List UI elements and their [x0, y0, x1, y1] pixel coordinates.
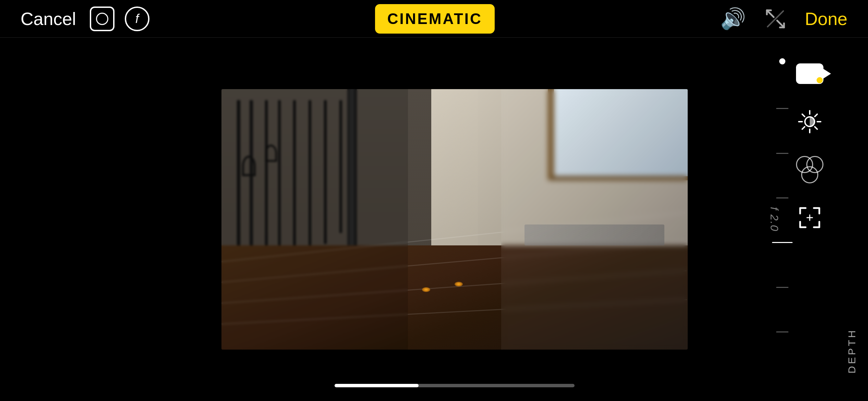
- main-content: f 2.0: [0, 38, 868, 401]
- slider-tick: [776, 153, 788, 154]
- scrubber-area: [249, 384, 660, 387]
- header-bar: Cancel f CINEMATIC 🔊: [0, 0, 868, 38]
- slider-indicator-dot: [779, 58, 785, 64]
- scrubber-bar[interactable]: [335, 384, 575, 387]
- adjust-tool-button[interactable]: [794, 106, 825, 137]
- svg-line-9: [815, 127, 817, 129]
- video-background: [221, 89, 688, 350]
- cancel-button[interactable]: Cancel: [21, 9, 76, 29]
- active-indicator-dot: [817, 77, 823, 83]
- crop-tool-button[interactable]: [794, 202, 825, 233]
- aperture-slider[interactable]: [772, 58, 793, 332]
- volume-icon: 🔊: [720, 7, 746, 31]
- resize-button[interactable]: [763, 7, 788, 31]
- fstop-button[interactable]: f: [125, 7, 149, 31]
- svg-line-1: [777, 21, 784, 27]
- svg-line-8: [802, 114, 805, 117]
- fstop-icon: f: [125, 7, 149, 31]
- slider-tick: [776, 108, 788, 109]
- volume-button[interactable]: 🔊: [720, 7, 746, 31]
- color-tool-button[interactable]: [794, 154, 825, 185]
- adjust-icon: [797, 109, 822, 134]
- scrubber-progress: [335, 384, 419, 387]
- header-right: 🔊 Done: [720, 7, 847, 31]
- camera-square-button[interactable]: [90, 7, 114, 31]
- svg-line-0: [767, 10, 774, 17]
- camera-square-icon: [90, 7, 114, 31]
- dof-blur-left: [221, 89, 408, 350]
- done-button[interactable]: Done: [805, 9, 847, 29]
- fstop-value-label: f 2.0: [768, 207, 781, 232]
- slider-tick: [776, 287, 788, 288]
- slider-tick-active: [772, 242, 793, 243]
- left-area: [0, 38, 151, 401]
- header-left: Cancel f: [21, 7, 149, 31]
- video-tool-button[interactable]: [794, 58, 825, 89]
- svg-line-11: [802, 127, 805, 129]
- video-area: [151, 38, 758, 401]
- svg-line-10: [815, 114, 817, 117]
- depth-label: DEPTH: [846, 328, 858, 374]
- dof-blur-right: [501, 89, 688, 350]
- video-camera-icon: [796, 63, 823, 84]
- color-mix-icon: [796, 156, 823, 183]
- cinematic-badge: CINEMATIC: [375, 4, 495, 34]
- resize-icon: [763, 7, 788, 31]
- slider-tick: [776, 331, 788, 332]
- right-sidebar: f 2.0: [758, 38, 868, 401]
- crop-icon: [797, 205, 822, 230]
- floor-mat: [525, 224, 664, 245]
- header-icons: f: [90, 7, 149, 31]
- tool-buttons: [794, 58, 832, 233]
- slider-tick: [776, 197, 788, 198]
- video-frame[interactable]: [221, 89, 688, 350]
